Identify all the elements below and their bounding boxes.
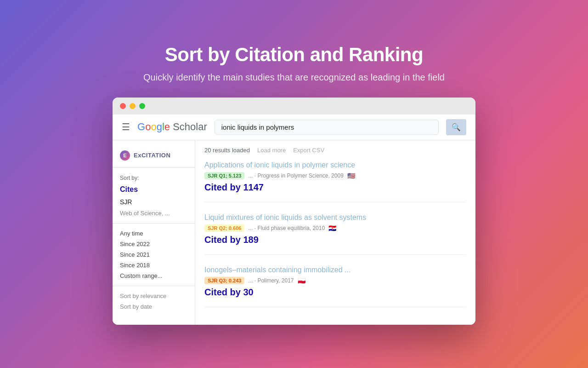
sjr-badge-2: SJR Q2; 0.606 (204, 224, 244, 232)
time-since-2018[interactable]: Since 2018 (113, 260, 195, 270)
load-more-action[interactable]: Load more (257, 147, 286, 154)
result-title-2[interactable]: Liquid mixtures of ionic liquids as solv… (204, 213, 466, 222)
sort-sjr[interactable]: SJR (113, 196, 195, 208)
sjr-badge-3: SJR Q3; 0.243 (204, 277, 244, 284)
results-area: 20 results loaded Load more Export CSV A… (195, 140, 475, 325)
browser-titlebar (113, 98, 475, 115)
result-meta-text-2: ... · Fluid phase equilibria, 2010 (248, 225, 325, 231)
dot-yellow[interactable] (130, 103, 136, 109)
sort-by-label: Sort by: (113, 173, 195, 183)
sort-web-of-science[interactable]: Web of Science, ... (113, 208, 195, 218)
excitation-label: ExCITATION (134, 152, 170, 159)
cited-by-1[interactable]: Cited by 1147 (204, 182, 466, 193)
search-box[interactable] (215, 120, 439, 135)
result-meta-2: SJR Q2; 0.606 ... · Fluid phase equilibr… (204, 224, 466, 232)
results-bar: 20 results loaded Load more Export CSV (204, 147, 466, 154)
dot-green[interactable] (139, 103, 145, 109)
time-since-2021[interactable]: Since 2021 (113, 249, 195, 260)
sort-by-date[interactable]: Sort by date (113, 301, 195, 312)
cited-by-2[interactable]: Cited by 189 (204, 235, 466, 245)
result-flag-3: 🇵🇱 (298, 277, 305, 284)
excitation-logo-icon: E (120, 150, 130, 161)
result-meta-text-1: ... · Progress in Polymer Science, 2009 (248, 172, 343, 179)
main-content: E ExCITATION Sort by: Cites SJR Web of S… (113, 140, 475, 325)
time-since-2022[interactable]: Since 2022 (113, 239, 195, 249)
sidebar: E ExCITATION Sort by: Cites SJR Web of S… (113, 140, 195, 325)
scholar-logo: Google Scholar (137, 121, 207, 133)
result-meta-1: SJR Q1; 5.123 ... · Progress in Polymer … (204, 172, 466, 179)
excitation-header: E ExCITATION (113, 148, 195, 167)
sjr-badge-1: SJR Q1; 5.123 (204, 172, 244, 179)
dot-red[interactable] (120, 103, 126, 109)
hero-section: Sort by Citation and Ranking Quickly ide… (143, 44, 445, 83)
result-card-1: Applications of ionic liquids in polymer… (204, 161, 466, 202)
hero-subtitle: Quickly identify the main studies that a… (143, 72, 445, 83)
hamburger-icon[interactable]: ☰ (122, 121, 130, 132)
search-button[interactable]: 🔍 (446, 119, 466, 135)
result-card-2: Liquid mixtures of ionic liquids as solv… (204, 213, 466, 255)
result-card-3: Ionogels–materials containing immobilize… (204, 266, 466, 307)
sidebar-divider-2 (113, 286, 195, 286)
sort-by-relevance[interactable]: Sort by relevance (113, 291, 195, 301)
result-title-3[interactable]: Ionogels–materials containing immobilize… (204, 266, 466, 274)
search-icon: 🔍 (452, 123, 461, 131)
results-count: 20 results loaded (204, 147, 250, 154)
result-meta-text-3: ... · Polimery, 2017 (248, 277, 294, 284)
result-flag-1: 🇺🇸 (347, 172, 355, 179)
export-csv-action[interactable]: Export CSV (293, 147, 324, 154)
search-input[interactable] (221, 123, 432, 131)
time-any-time[interactable]: Any time (113, 228, 195, 239)
time-custom-range[interactable]: Custom range... (113, 270, 195, 281)
result-title-1[interactable]: Applications of ionic liquids in polymer… (204, 161, 466, 169)
hero-title: Sort by Citation and Ranking (143, 44, 445, 66)
cited-by-3[interactable]: Cited by 30 (204, 287, 466, 298)
sort-cites[interactable]: Cites (113, 183, 195, 196)
result-meta-3: SJR Q3; 0.243 ... · Polimery, 2017 🇵🇱 (204, 277, 466, 284)
result-flag-2: 🇭🇷 (328, 224, 336, 232)
browser-window: ☰ Google Scholar 🔍 E ExCITATION Sort by:… (113, 98, 475, 325)
scholar-bar: ☰ Google Scholar 🔍 (113, 115, 475, 140)
sidebar-divider-1 (113, 223, 195, 224)
